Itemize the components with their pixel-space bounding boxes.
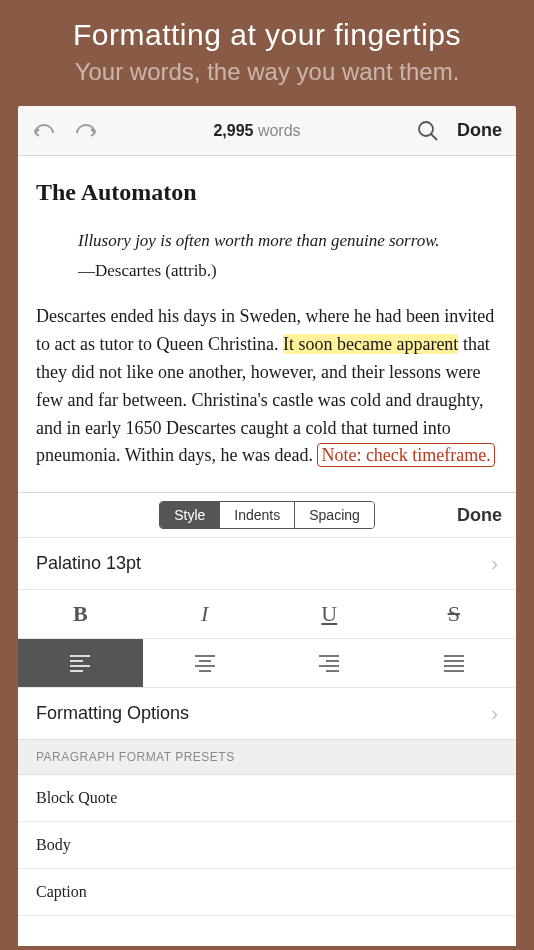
body-paragraph[interactable]: Descartes ended his days in Sweden, wher… (36, 303, 498, 470)
svg-line-1 (431, 134, 437, 140)
promo-title: Formatting at your fingertips (20, 18, 514, 52)
panel-done-button[interactable]: Done (432, 505, 502, 526)
bold-button[interactable]: B (18, 590, 143, 638)
redo-icon[interactable] (74, 121, 98, 141)
highlighted-text: It soon became apparent (283, 334, 458, 354)
document-title[interactable]: The Automaton (36, 174, 498, 210)
align-center-button[interactable] (143, 639, 268, 687)
preset-body[interactable]: Body (18, 822, 516, 869)
format-panel: Style Indents Spacing Done Palatino 13pt… (18, 492, 516, 946)
italic-button[interactable]: I (143, 590, 268, 638)
align-left-button[interactable] (18, 639, 143, 687)
chevron-right-icon: › (491, 552, 498, 575)
tab-indents[interactable]: Indents (219, 502, 294, 528)
format-tabs: Style Indents Spacing (159, 501, 375, 529)
undo-icon[interactable] (32, 121, 56, 141)
tab-style[interactable]: Style (160, 502, 219, 528)
quote-attribution: —Descartes (attrib.) (78, 258, 498, 284)
promo-subtitle: Your words, the way you want them. (20, 58, 514, 86)
done-button[interactable]: Done (457, 120, 502, 141)
formatting-options-row[interactable]: Formatting Options › (18, 687, 516, 739)
strikethrough-button[interactable]: S (392, 590, 517, 638)
editor-toolbar: 2,995 words Done (18, 106, 516, 156)
align-justify-button[interactable] (392, 639, 517, 687)
svg-point-0 (419, 122, 433, 136)
font-picker-row[interactable]: Palatino 13pt › (18, 537, 516, 589)
chevron-right-icon: › (491, 702, 498, 725)
align-right-button[interactable] (267, 639, 392, 687)
app-screen: 2,995 words Done The Automaton Illusory … (18, 106, 516, 946)
preset-caption[interactable]: Caption (18, 869, 516, 916)
inline-annotation[interactable]: Note: check timeframe. (317, 443, 494, 467)
editor-body[interactable]: The Automaton Illusory joy is often wort… (18, 156, 516, 492)
word-count: 2,995 words (122, 122, 392, 140)
underline-button[interactable]: U (267, 590, 392, 638)
block-quote[interactable]: Illusory joy is often worth more than ge… (78, 228, 498, 283)
text-style-buttons: B I U S (18, 589, 516, 638)
promo-header: Formatting at your fingertips Your words… (0, 0, 534, 106)
font-label: Palatino 13pt (36, 553, 141, 574)
alignment-buttons (18, 638, 516, 687)
search-icon[interactable] (417, 120, 439, 142)
quote-text: Illusory joy is often worth more than ge… (78, 228, 498, 254)
formatting-options-label: Formatting Options (36, 703, 189, 724)
tab-spacing[interactable]: Spacing (294, 502, 374, 528)
preset-block-quote[interactable]: Block Quote (18, 775, 516, 822)
preset-section-header: PARAGRAPH FORMAT PRESETS (18, 739, 516, 775)
